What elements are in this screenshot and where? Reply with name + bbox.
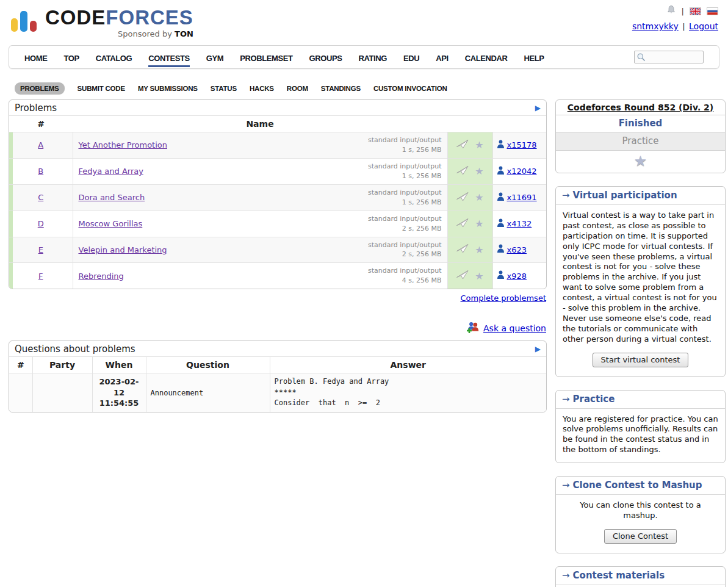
problem-name-link[interactable]: Moscow Gorillas <box>79 219 143 228</box>
subnav-item-my-submissions[interactable]: MY SUBMISSIONS <box>138 85 198 92</box>
nav-item-api[interactable]: API <box>436 48 448 67</box>
problem-row-b: B Fedya and Array standard input/output1… <box>9 158 546 184</box>
problem-letter-link[interactable]: A <box>38 140 43 149</box>
solved-count-link[interactable]: x15178 <box>507 140 537 149</box>
clone-contest-button[interactable]: Clone Contest <box>604 529 677 544</box>
favorite-star-icon[interactable]: ★ <box>475 218 483 229</box>
solvers-person-icon <box>497 166 505 177</box>
complete-problemset-link[interactable]: Complete problemset <box>461 294 546 303</box>
contest-materials-box: →Contest materials • Announcement × • Tu… <box>555 566 726 587</box>
english-flag-icon[interactable] <box>690 7 701 15</box>
nav-item-top[interactable]: TOP <box>63 48 79 67</box>
favorite-star-icon[interactable]: ★ <box>475 244 483 256</box>
start-virtual-contest-button[interactable]: Start virtual contest <box>593 353 689 367</box>
problem-name-link[interactable]: Fedya and Array <box>79 167 143 176</box>
questions-widget: Questions about problems ▶ # Party When … <box>9 340 547 412</box>
problems-widget: Problems ▶ # Name A Yet Another Promotio… <box>9 99 547 289</box>
caption-arrow-icon: → <box>562 480 570 491</box>
problem-limits: standard input/output4 s, 256 MB <box>368 266 442 286</box>
questions-col-when: When <box>92 357 146 373</box>
contest-materials-header: →Contest materials <box>556 567 725 585</box>
clone-contest-header: →Clone Contest to Mashup <box>556 477 725 495</box>
nav-item-problemset[interactable]: PROBLEMSET <box>240 48 292 67</box>
virtual-participation-text: Virtual contest is a way to take part in… <box>563 211 717 344</box>
logo-bars-icon <box>10 7 39 34</box>
question-row: 2023-02-12 11:54:55 Announcement Problem… <box>9 373 546 412</box>
subnav-item-hacks[interactable]: HACKS <box>250 85 274 92</box>
practice-text: You are registered for practice. You can… <box>556 409 725 463</box>
logo-sponsored: Sponsored by TON <box>45 29 193 38</box>
submit-plane-icon[interactable] <box>456 139 469 151</box>
submit-plane-icon[interactable] <box>456 218 469 230</box>
solved-count-link[interactable]: x4132 <box>507 219 532 228</box>
solved-count-link[interactable]: x11691 <box>507 193 537 202</box>
problem-letter-link[interactable]: F <box>38 272 43 281</box>
nav-item-rating[interactable]: RATING <box>359 48 387 67</box>
contest-favorite-star-icon[interactable]: ★ <box>634 153 647 170</box>
virtual-participation-header: →Virtual participation <box>556 187 725 205</box>
submit-plane-icon[interactable] <box>456 243 469 256</box>
solved-count-link[interactable]: x623 <box>507 245 527 254</box>
problem-row-f: F Rebrending standard input/output4 s, 2… <box>9 263 546 289</box>
problem-row-a: A Yet Another Promotion standard input/o… <box>9 132 546 159</box>
russian-flag-icon[interactable] <box>707 7 718 15</box>
ask-question-link[interactable]: Ask a question <box>483 323 546 333</box>
content-column: Problems ▶ # Name A Yet Another Promotio… <box>9 99 547 412</box>
questions-col-party: Party <box>32 357 92 373</box>
problems-expand-icon[interactable]: ▶ <box>535 104 541 112</box>
problem-letter-link[interactable]: C <box>38 193 43 202</box>
subnav-item-room[interactable]: ROOM <box>287 85 308 92</box>
problem-name-link[interactable]: Velepin and Marketing <box>79 245 167 254</box>
logo-bar-red <box>30 21 37 32</box>
questions-col-question: Question <box>146 357 270 373</box>
subnav-item-standings[interactable]: STANDINGS <box>321 85 361 92</box>
problem-name-link[interactable]: Rebrending <box>79 272 124 281</box>
contest-status: Finished <box>556 115 725 132</box>
submit-plane-icon[interactable] <box>456 192 469 204</box>
solvers-person-icon <box>497 218 505 229</box>
logout-link[interactable]: Logout <box>689 21 718 31</box>
solvers-person-icon <box>497 244 505 255</box>
codeforces-logo[interactable]: CODEFORCES Sponsored by TON <box>10 7 193 38</box>
problems-title: Problems <box>15 103 57 113</box>
problem-name-link[interactable]: Yet Another Promotion <box>79 140 167 149</box>
nav-item-edu[interactable]: EDU <box>403 48 419 67</box>
problem-letter-link[interactable]: B <box>38 167 43 176</box>
subnav-item-problems[interactable]: PROBLEMS <box>15 82 65 95</box>
nav-item-groups[interactable]: GROUPS <box>309 48 342 67</box>
nav-item-calendar[interactable]: CALENDAR <box>465 48 508 67</box>
caption-arrow-icon: → <box>562 190 570 201</box>
contest-title-link[interactable]: Codeforces Round 852 (Div. 2) <box>568 103 713 112</box>
subnav-item-custom-invocation[interactable]: CUSTOM INVOCATION <box>373 85 447 92</box>
problems-col-index: # <box>9 116 73 132</box>
main-navbar: HOME TOP CATALOG CONTESTS GYM PROBLEMSET… <box>9 45 719 69</box>
submit-plane-icon[interactable] <box>456 270 469 282</box>
questions-expand-icon[interactable]: ▶ <box>535 345 541 353</box>
ask-question-icon <box>466 321 480 335</box>
nav-item-home[interactable]: HOME <box>24 48 47 67</box>
solved-count-link[interactable]: x12042 <box>507 167 537 176</box>
bell-icon[interactable] <box>666 5 676 17</box>
problem-letter-link[interactable]: D <box>38 219 44 228</box>
problem-row-e: E Velepin and Marketing standard input/o… <box>9 237 546 263</box>
problems-col-name: Name <box>73 116 447 132</box>
contest-info-box: Codeforces Round 852 (Div. 2) Finished P… <box>555 99 726 173</box>
username-link[interactable]: sntmxykky <box>632 21 679 31</box>
nav-item-gym[interactable]: GYM <box>206 48 223 67</box>
logo-bar-blue <box>20 11 27 32</box>
problems-header-row: # Name <box>9 116 546 132</box>
subnav-item-submit-code[interactable]: SUBMIT CODE <box>77 85 125 92</box>
nav-item-catalog[interactable]: CATALOG <box>96 48 132 67</box>
solved-count-link[interactable]: x928 <box>507 272 527 281</box>
problem-letter-link[interactable]: E <box>38 245 43 254</box>
problem-name-link[interactable]: Dora and Search <box>79 193 145 202</box>
nav-item-help[interactable]: HELP <box>524 48 544 67</box>
favorite-star-icon[interactable]: ★ <box>475 270 483 282</box>
subnav-item-status[interactable]: STATUS <box>211 85 237 92</box>
nav-item-contests[interactable]: CONTESTS <box>148 48 190 67</box>
favorite-star-icon[interactable]: ★ <box>475 139 483 151</box>
header-separator: | <box>682 7 684 16</box>
favorite-star-icon[interactable]: ★ <box>475 165 483 177</box>
favorite-star-icon[interactable]: ★ <box>475 192 483 203</box>
submit-plane-icon[interactable] <box>456 165 469 178</box>
